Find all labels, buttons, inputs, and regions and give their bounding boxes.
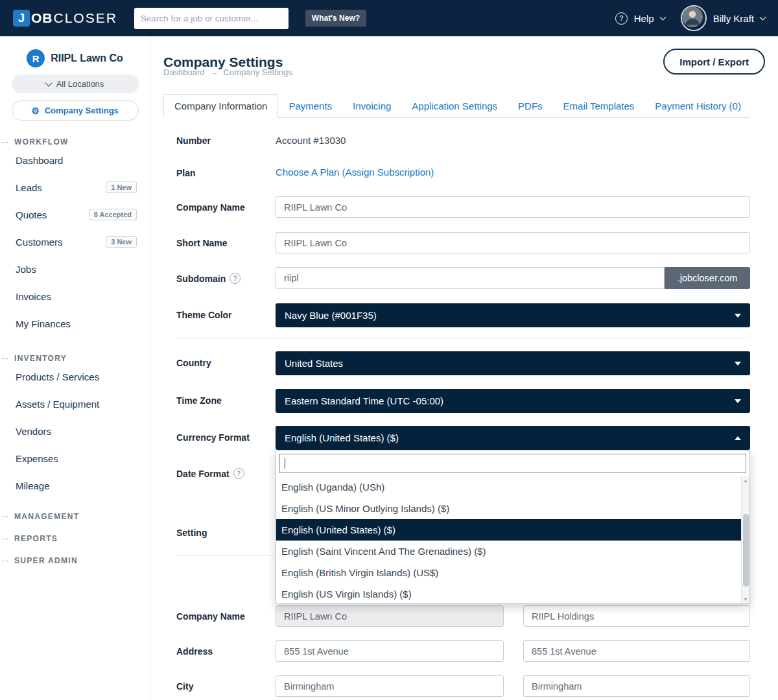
section-divider bbox=[176, 338, 750, 338]
settings-tabs: Company Information Payments Invoicing A… bbox=[163, 93, 750, 118]
location-address-label: Address bbox=[176, 646, 213, 657]
number-label: Number bbox=[176, 135, 211, 146]
account-number: Account #13030 bbox=[276, 135, 346, 146]
theme-color-select[interactable]: Navy Blue (#001F35) bbox=[276, 303, 750, 327]
currency-format-select[interactable]: English (United States) ($) bbox=[276, 426, 750, 450]
company-name-label: Company Name bbox=[176, 202, 245, 213]
currency-option-list: English (Uganda) (USh) English (US Minor… bbox=[276, 476, 741, 603]
tab-email-templates[interactable]: Email Templates bbox=[553, 95, 645, 117]
location-company-name-left-input bbox=[276, 605, 504, 627]
section-reports[interactable]: -- REPORTS bbox=[0, 534, 150, 543]
company-name: RIIPL Lawn Co bbox=[51, 52, 123, 64]
currency-option[interactable]: English (British Virgin Islands) (US$) bbox=[276, 562, 741, 583]
sidebar-item-quotes[interactable]: Quotes 8 Accepted bbox=[0, 201, 150, 228]
chevron-down-icon bbox=[760, 14, 766, 20]
currency-format-label: Currency Format bbox=[176, 432, 250, 443]
scroll-down-icon[interactable]: ▼ bbox=[742, 597, 749, 601]
location-city-left-input[interactable] bbox=[276, 675, 504, 697]
text-cursor bbox=[285, 458, 285, 469]
location-city-right-input[interactable] bbox=[523, 675, 750, 697]
quotes-badge: 8 Accepted bbox=[89, 209, 137, 220]
help-menu[interactable]: Help bbox=[634, 13, 654, 24]
location-address-left-input[interactable] bbox=[276, 640, 504, 662]
location-company-name-label: Company Name bbox=[176, 611, 245, 622]
short-name-input[interactable] bbox=[276, 232, 750, 253]
chevron-down-icon bbox=[659, 14, 666, 20]
location-city-label: City bbox=[176, 681, 193, 692]
import-export-button[interactable]: Import / Export bbox=[663, 49, 765, 75]
app-logo[interactable]: J OB CLOSER bbox=[13, 10, 117, 27]
scroll-up-icon[interactable]: ▲ bbox=[742, 478, 749, 483]
time-zone-select[interactable]: Eastern Standard Time (UTC -05:00) bbox=[276, 389, 750, 413]
sidebar-item-jobs[interactable]: Jobs bbox=[0, 255, 150, 283]
date-format-help-icon[interactable]: ? bbox=[233, 468, 244, 479]
breadcrumb-current: Company Settings bbox=[224, 67, 292, 77]
plan-links: Choose A Plan (Assign Subscription) bbox=[276, 167, 434, 178]
subdomain-input[interactable] bbox=[276, 267, 665, 289]
date-format-label: Date Format ? bbox=[176, 468, 244, 479]
logo-text-light: CLOSER bbox=[54, 10, 117, 26]
gear-icon: ⚙ bbox=[31, 106, 40, 115]
theme-color-label: Theme Color bbox=[176, 310, 232, 320]
choose-a-plan-link[interactable]: Choose A Plan bbox=[276, 167, 339, 178]
sidebar-item-products-services[interactable]: Products / Services bbox=[0, 363, 150, 390]
sidebar-item-vendors[interactable]: Vendors bbox=[0, 417, 150, 445]
avatar[interactable] bbox=[681, 5, 707, 31]
section-super-admin[interactable]: -- SUPER ADMIN bbox=[0, 556, 150, 565]
caret-down-icon bbox=[735, 399, 741, 403]
country-select[interactable]: United States bbox=[276, 351, 750, 375]
currency-option-selected[interactable]: English (United States) ($) bbox=[276, 519, 741, 541]
caret-up-icon bbox=[735, 436, 741, 440]
tab-pdfs[interactable]: PDFs bbox=[508, 95, 553, 117]
collapse-dash-icon: -- bbox=[0, 534, 14, 543]
sidebar-item-customers[interactable]: Customers 3 New bbox=[0, 228, 150, 255]
section-inventory[interactable]: -- INVENTORY bbox=[0, 354, 150, 363]
collapse-dash-icon: -- bbox=[0, 556, 14, 565]
avatar-image bbox=[682, 6, 703, 27]
tab-application-settings[interactable]: Application Settings bbox=[401, 95, 508, 117]
currency-option[interactable]: English (US Minor Outlying Islands) ($) bbox=[276, 498, 741, 519]
currency-option[interactable]: English (US Virgin Islands) ($) bbox=[276, 583, 741, 603]
tab-payment-history[interactable]: Payment History (0) bbox=[644, 95, 751, 117]
currency-dropdown-panel: English (Uganda) (USh) English (US Minor… bbox=[276, 450, 750, 604]
section-management[interactable]: -- MANAGEMENT bbox=[0, 512, 150, 521]
logo-text-bold: OB bbox=[31, 10, 53, 26]
sidebar-item-leads[interactable]: Leads 1 New bbox=[0, 174, 150, 201]
location-address-right-input[interactable] bbox=[523, 640, 750, 662]
global-search-input[interactable] bbox=[134, 8, 289, 29]
assign-subscription-link[interactable]: (Assign Subscription) bbox=[342, 167, 434, 178]
all-locations-label: All Locations bbox=[56, 79, 104, 89]
currency-option[interactable]: English (Uganda) (USh) bbox=[276, 476, 741, 498]
subdomain-help-icon[interactable]: ? bbox=[230, 273, 241, 284]
section-workflow[interactable]: -- WORKFLOW bbox=[0, 137, 150, 146]
setting-label: Setting bbox=[176, 528, 207, 538]
all-locations-selector[interactable]: All Locations bbox=[12, 75, 139, 93]
user-menu[interactable]: Billy Kraft bbox=[713, 13, 754, 24]
tab-payments[interactable]: Payments bbox=[278, 95, 342, 117]
collapse-dash-icon: -- bbox=[0, 512, 14, 521]
sidebar-item-dashboard[interactable]: Dashboard bbox=[0, 146, 150, 174]
currency-option[interactable]: English (Saint Vincent And The Grenadine… bbox=[276, 541, 741, 562]
currency-filter-input[interactable] bbox=[279, 454, 746, 473]
company-settings-button[interactable]: ⚙ Company Settings bbox=[12, 100, 139, 121]
breadcrumb-dashboard[interactable]: Dashboard bbox=[163, 67, 205, 77]
country-label: Country bbox=[176, 358, 211, 368]
sidebar-item-my-finances[interactable]: My Finances bbox=[0, 310, 150, 337]
company-name-input[interactable] bbox=[276, 196, 750, 218]
sidebar-item-mileage[interactable]: Mileage bbox=[0, 472, 150, 499]
main-content: Company Settings Dashboard → Company Set… bbox=[150, 36, 778, 700]
sidebar-item-assets-equipment[interactable]: Assets / Equipment bbox=[0, 390, 150, 417]
tab-company-information[interactable]: Company Information bbox=[163, 94, 278, 118]
location-company-name-right-input[interactable] bbox=[523, 605, 750, 627]
dropdown-scrollbar[interactable]: ▲ ▼ bbox=[741, 476, 749, 603]
company-avatar: R bbox=[27, 49, 45, 67]
sidebar-item-invoices[interactable]: Invoices bbox=[0, 283, 150, 310]
breadcrumb: Dashboard → Company Settings bbox=[163, 67, 292, 77]
tab-invoicing[interactable]: Invoicing bbox=[342, 95, 401, 117]
whats-new-button[interactable]: What's New? bbox=[305, 10, 366, 27]
sidebar-item-expenses[interactable]: Expenses bbox=[0, 445, 150, 472]
topbar-right: ? Help Billy Kraft bbox=[615, 5, 765, 31]
plan-label: Plan bbox=[176, 168, 196, 178]
scrollbar-thumb[interactable] bbox=[743, 514, 749, 587]
collapse-dash-icon: -- bbox=[0, 137, 14, 146]
